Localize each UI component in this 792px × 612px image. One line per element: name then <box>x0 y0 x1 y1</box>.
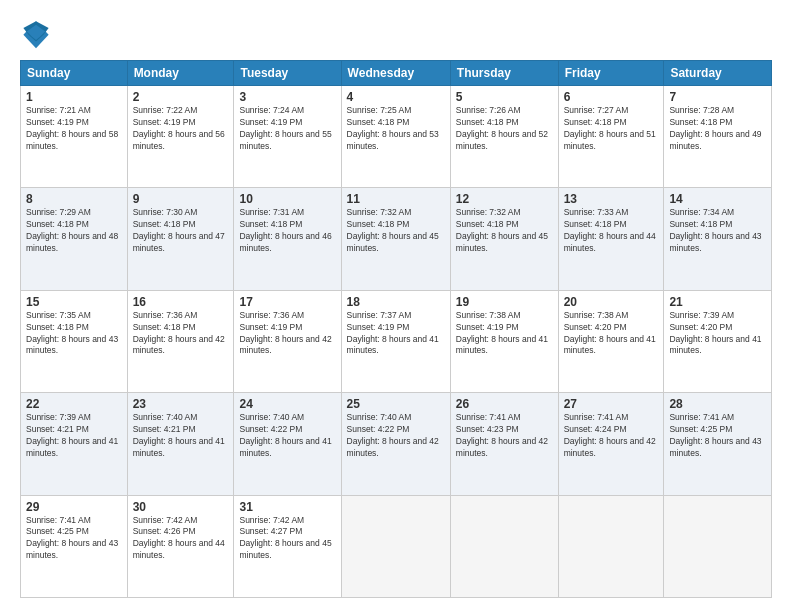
calendar-cell: 13Sunrise: 7:33 AMSunset: 4:18 PMDayligh… <box>558 188 664 290</box>
calendar-row-2: 8Sunrise: 7:29 AMSunset: 4:18 PMDaylight… <box>21 188 772 290</box>
calendar-cell: 28Sunrise: 7:41 AMSunset: 4:25 PMDayligh… <box>664 393 772 495</box>
calendar-cell: 30Sunrise: 7:42 AMSunset: 4:26 PMDayligh… <box>127 495 234 597</box>
day-number: 13 <box>564 192 659 206</box>
day-info: Sunrise: 7:34 AMSunset: 4:18 PMDaylight:… <box>669 207 761 253</box>
day-info: Sunrise: 7:39 AMSunset: 4:20 PMDaylight:… <box>669 310 761 356</box>
calendar-cell: 20Sunrise: 7:38 AMSunset: 4:20 PMDayligh… <box>558 290 664 392</box>
calendar-cell: 27Sunrise: 7:41 AMSunset: 4:24 PMDayligh… <box>558 393 664 495</box>
day-number: 9 <box>133 192 229 206</box>
day-number: 2 <box>133 90 229 104</box>
day-number: 17 <box>239 295 335 309</box>
day-number: 23 <box>133 397 229 411</box>
calendar-cell: 6Sunrise: 7:27 AMSunset: 4:18 PMDaylight… <box>558 86 664 188</box>
calendar-cell: 31Sunrise: 7:42 AMSunset: 4:27 PMDayligh… <box>234 495 341 597</box>
day-info: Sunrise: 7:28 AMSunset: 4:18 PMDaylight:… <box>669 105 761 151</box>
day-info: Sunrise: 7:40 AMSunset: 4:22 PMDaylight:… <box>239 412 331 458</box>
day-number: 18 <box>347 295 445 309</box>
day-number: 11 <box>347 192 445 206</box>
calendar-cell <box>558 495 664 597</box>
page: SundayMondayTuesdayWednesdayThursdayFrid… <box>0 0 792 612</box>
day-number: 3 <box>239 90 335 104</box>
calendar-row-1: 1Sunrise: 7:21 AMSunset: 4:19 PMDaylight… <box>21 86 772 188</box>
day-info: Sunrise: 7:30 AMSunset: 4:18 PMDaylight:… <box>133 207 225 253</box>
day-info: Sunrise: 7:40 AMSunset: 4:21 PMDaylight:… <box>133 412 225 458</box>
logo-icon <box>20 18 52 50</box>
calendar-body: 1Sunrise: 7:21 AMSunset: 4:19 PMDaylight… <box>21 86 772 598</box>
day-number: 16 <box>133 295 229 309</box>
day-info: Sunrise: 7:42 AMSunset: 4:27 PMDaylight:… <box>239 515 331 561</box>
day-number: 25 <box>347 397 445 411</box>
day-number: 31 <box>239 500 335 514</box>
day-header-monday: Monday <box>127 61 234 86</box>
day-info: Sunrise: 7:40 AMSunset: 4:22 PMDaylight:… <box>347 412 439 458</box>
day-number: 19 <box>456 295 553 309</box>
day-info: Sunrise: 7:26 AMSunset: 4:18 PMDaylight:… <box>456 105 548 151</box>
day-number: 24 <box>239 397 335 411</box>
day-info: Sunrise: 7:36 AMSunset: 4:19 PMDaylight:… <box>239 310 331 356</box>
calendar-cell: 11Sunrise: 7:32 AMSunset: 4:18 PMDayligh… <box>341 188 450 290</box>
day-number: 26 <box>456 397 553 411</box>
calendar-row-3: 15Sunrise: 7:35 AMSunset: 4:18 PMDayligh… <box>21 290 772 392</box>
day-header-thursday: Thursday <box>450 61 558 86</box>
calendar-cell: 19Sunrise: 7:38 AMSunset: 4:19 PMDayligh… <box>450 290 558 392</box>
day-info: Sunrise: 7:32 AMSunset: 4:18 PMDaylight:… <box>456 207 548 253</box>
day-info: Sunrise: 7:27 AMSunset: 4:18 PMDaylight:… <box>564 105 656 151</box>
day-info: Sunrise: 7:38 AMSunset: 4:20 PMDaylight:… <box>564 310 656 356</box>
day-info: Sunrise: 7:24 AMSunset: 4:19 PMDaylight:… <box>239 105 331 151</box>
calendar-cell: 7Sunrise: 7:28 AMSunset: 4:18 PMDaylight… <box>664 86 772 188</box>
day-number: 8 <box>26 192 122 206</box>
calendar-cell: 23Sunrise: 7:40 AMSunset: 4:21 PMDayligh… <box>127 393 234 495</box>
day-info: Sunrise: 7:35 AMSunset: 4:18 PMDaylight:… <box>26 310 118 356</box>
day-number: 21 <box>669 295 766 309</box>
day-number: 10 <box>239 192 335 206</box>
calendar-cell: 3Sunrise: 7:24 AMSunset: 4:19 PMDaylight… <box>234 86 341 188</box>
calendar-cell: 15Sunrise: 7:35 AMSunset: 4:18 PMDayligh… <box>21 290 128 392</box>
calendar-cell <box>664 495 772 597</box>
day-header-saturday: Saturday <box>664 61 772 86</box>
calendar-cell: 1Sunrise: 7:21 AMSunset: 4:19 PMDaylight… <box>21 86 128 188</box>
calendar-cell: 8Sunrise: 7:29 AMSunset: 4:18 PMDaylight… <box>21 188 128 290</box>
day-info: Sunrise: 7:37 AMSunset: 4:19 PMDaylight:… <box>347 310 439 356</box>
day-number: 12 <box>456 192 553 206</box>
calendar-cell: 16Sunrise: 7:36 AMSunset: 4:18 PMDayligh… <box>127 290 234 392</box>
day-info: Sunrise: 7:41 AMSunset: 4:25 PMDaylight:… <box>26 515 118 561</box>
day-info: Sunrise: 7:31 AMSunset: 4:18 PMDaylight:… <box>239 207 331 253</box>
calendar-cell: 17Sunrise: 7:36 AMSunset: 4:19 PMDayligh… <box>234 290 341 392</box>
header-row: SundayMondayTuesdayWednesdayThursdayFrid… <box>21 61 772 86</box>
calendar-header: SundayMondayTuesdayWednesdayThursdayFrid… <box>21 61 772 86</box>
calendar-cell: 22Sunrise: 7:39 AMSunset: 4:21 PMDayligh… <box>21 393 128 495</box>
calendar-cell: 24Sunrise: 7:40 AMSunset: 4:22 PMDayligh… <box>234 393 341 495</box>
day-info: Sunrise: 7:29 AMSunset: 4:18 PMDaylight:… <box>26 207 118 253</box>
day-number: 4 <box>347 90 445 104</box>
day-number: 22 <box>26 397 122 411</box>
day-info: Sunrise: 7:41 AMSunset: 4:23 PMDaylight:… <box>456 412 548 458</box>
header <box>20 18 772 50</box>
calendar-cell: 2Sunrise: 7:22 AMSunset: 4:19 PMDaylight… <box>127 86 234 188</box>
calendar-cell: 12Sunrise: 7:32 AMSunset: 4:18 PMDayligh… <box>450 188 558 290</box>
day-info: Sunrise: 7:25 AMSunset: 4:18 PMDaylight:… <box>347 105 439 151</box>
day-info: Sunrise: 7:32 AMSunset: 4:18 PMDaylight:… <box>347 207 439 253</box>
day-number: 14 <box>669 192 766 206</box>
calendar-cell: 10Sunrise: 7:31 AMSunset: 4:18 PMDayligh… <box>234 188 341 290</box>
day-header-wednesday: Wednesday <box>341 61 450 86</box>
calendar-cell: 26Sunrise: 7:41 AMSunset: 4:23 PMDayligh… <box>450 393 558 495</box>
calendar-cell <box>450 495 558 597</box>
calendar-cell: 29Sunrise: 7:41 AMSunset: 4:25 PMDayligh… <box>21 495 128 597</box>
calendar: SundayMondayTuesdayWednesdayThursdayFrid… <box>20 60 772 598</box>
day-info: Sunrise: 7:41 AMSunset: 4:24 PMDaylight:… <box>564 412 656 458</box>
day-info: Sunrise: 7:21 AMSunset: 4:19 PMDaylight:… <box>26 105 118 151</box>
day-info: Sunrise: 7:39 AMSunset: 4:21 PMDaylight:… <box>26 412 118 458</box>
day-info: Sunrise: 7:41 AMSunset: 4:25 PMDaylight:… <box>669 412 761 458</box>
day-header-sunday: Sunday <box>21 61 128 86</box>
day-info: Sunrise: 7:36 AMSunset: 4:18 PMDaylight:… <box>133 310 225 356</box>
day-number: 28 <box>669 397 766 411</box>
day-header-friday: Friday <box>558 61 664 86</box>
day-number: 6 <box>564 90 659 104</box>
calendar-cell: 5Sunrise: 7:26 AMSunset: 4:18 PMDaylight… <box>450 86 558 188</box>
day-number: 27 <box>564 397 659 411</box>
calendar-cell: 9Sunrise: 7:30 AMSunset: 4:18 PMDaylight… <box>127 188 234 290</box>
calendar-cell <box>341 495 450 597</box>
day-info: Sunrise: 7:38 AMSunset: 4:19 PMDaylight:… <box>456 310 548 356</box>
day-info: Sunrise: 7:22 AMSunset: 4:19 PMDaylight:… <box>133 105 225 151</box>
calendar-row-4: 22Sunrise: 7:39 AMSunset: 4:21 PMDayligh… <box>21 393 772 495</box>
